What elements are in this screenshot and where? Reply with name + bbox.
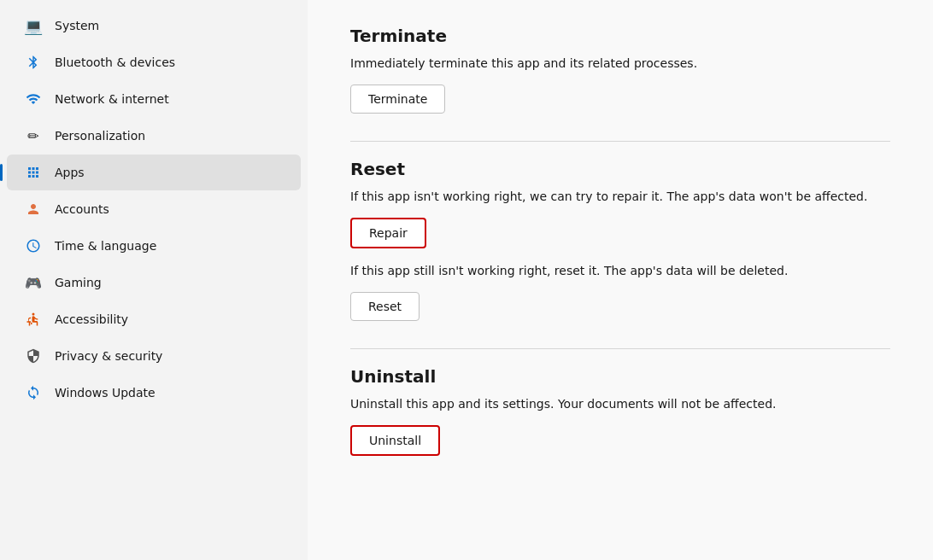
privacy-icon [24, 347, 43, 365]
accounts-icon [24, 200, 43, 219]
sidebar-item-network[interactable]: Network & internet [7, 81, 301, 117]
sidebar-item-apps[interactable]: Apps [7, 155, 301, 190]
sidebar-item-update[interactable]: Windows Update [7, 375, 301, 411]
divider-1 [350, 141, 890, 142]
uninstall-description: Uninstall this app and its settings. You… [350, 395, 890, 413]
sidebar-item-accounts[interactable]: Accounts [7, 191, 301, 227]
bluetooth-icon [24, 53, 43, 72]
system-icon: 💻 [24, 16, 43, 35]
network-icon [24, 90, 43, 108]
terminate-section: Terminate Immediately terminate this app… [350, 26, 890, 114]
terminate-title: Terminate [350, 26, 890, 46]
sidebar-item-label: Accounts [55, 202, 109, 216]
reset-description-2: If this app still isn't working right, r… [350, 262, 890, 280]
sidebar-item-label: Bluetooth & devices [55, 55, 175, 69]
uninstall-title: Uninstall [350, 366, 890, 387]
divider-2 [350, 348, 890, 349]
sidebar-item-label: Windows Update [55, 386, 156, 400]
sidebar-item-time[interactable]: Time & language [7, 228, 301, 264]
update-icon [24, 383, 43, 402]
repair-button[interactable]: Repair [350, 218, 426, 248]
sidebar-item-label: Accessibility [55, 312, 128, 326]
personalization-icon: ✏️ [24, 126, 43, 145]
apps-icon [24, 163, 43, 182]
sidebar-item-gaming[interactable]: 🎮 Gaming [7, 265, 301, 300]
reset-button[interactable]: Reset [350, 292, 420, 321]
terminate-button[interactable]: Terminate [350, 85, 445, 114]
svg-point-0 [32, 313, 35, 316]
sidebar-item-system[interactable]: 💻 System [7, 8, 301, 44]
uninstall-button[interactable]: Uninstall [350, 425, 440, 456]
accessibility-icon [24, 310, 43, 329]
sidebar-item-bluetooth[interactable]: Bluetooth & devices [7, 44, 301, 80]
sidebar-item-label: System [55, 19, 99, 32]
sidebar-item-label: Network & internet [55, 92, 169, 106]
sidebar-item-label: Gaming [55, 276, 102, 289]
uninstall-section: Uninstall Uninstall this app and its set… [350, 366, 890, 456]
sidebar: 💻 System Bluetooth & devices Network & i… [0, 0, 308, 560]
reset-description-1: If this app isn't working right, we can … [350, 188, 890, 206]
sidebar-item-label: Time & language [55, 239, 156, 253]
sidebar-item-label: Privacy & security [55, 349, 162, 363]
time-icon [24, 236, 43, 255]
reset-title: Reset [350, 159, 890, 179]
sidebar-item-personalization[interactable]: ✏️ Personalization [7, 118, 301, 154]
sidebar-item-label: Personalization [55, 129, 145, 143]
sidebar-item-accessibility[interactable]: Accessibility [7, 301, 301, 337]
terminate-description: Immediately terminate this app and its r… [350, 55, 890, 73]
sidebar-item-label: Apps [55, 166, 85, 179]
sidebar-item-privacy[interactable]: Privacy & security [7, 338, 301, 374]
reset-section: Reset If this app isn't working right, w… [350, 159, 890, 321]
main-content: Terminate Immediately terminate this app… [308, 0, 933, 560]
gaming-icon: 🎮 [24, 273, 43, 292]
